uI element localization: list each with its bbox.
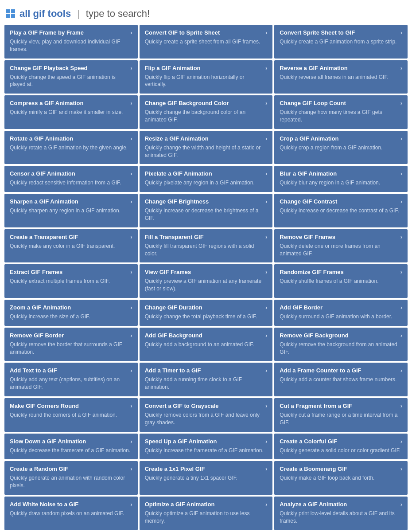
tool-card[interactable]: Add Text to a GIF›Quickly add any text (…: [4, 363, 138, 396]
tool-card[interactable]: Change GIF Duration›Quickly change the t…: [140, 300, 273, 326]
tool-card[interactable]: Add GIF Border›Quickly surround a GIF an…: [274, 300, 408, 326]
tool-card[interactable]: Convert GIF to Sprite Sheet›Quickly crea…: [140, 25, 273, 59]
tool-card[interactable]: Convert a GIF to Grayscale›Quickly remov…: [140, 398, 273, 432]
tool-card[interactable]: Add GIF Background›Quickly add a backgro…: [140, 328, 273, 361]
chevron-right-icon: ›: [265, 304, 267, 311]
tool-card[interactable]: Make GIF Corners Round›Quickly round the…: [4, 398, 138, 432]
tool-card-title: Change GIF Loop Count›: [280, 100, 402, 106]
tool-card[interactable]: Remove GIF Frames›Quickly delete one or …: [274, 229, 408, 263]
chevron-right-icon: ›: [265, 234, 267, 240]
tool-card-title: Resize a GIF Animation›: [145, 135, 268, 142]
tool-card-desc: Quickly make any color in a GIF transpar…: [10, 243, 132, 250]
tool-card-desc: Quickly minify a GIF and make it smaller…: [10, 109, 132, 116]
tool-card-title: Remove GIF Frames›: [280, 234, 402, 240]
tool-card[interactable]: Slow Down a GIF Animation›Quickly decrea…: [4, 434, 138, 460]
tool-card-title: Speed Up a GIF Animation›: [145, 438, 268, 445]
tool-card-title: Optimize a GIF Animation›: [145, 501, 268, 508]
tool-card[interactable]: Randomize GIF Frames›Quickly shuffle fra…: [274, 264, 408, 298]
tool-card[interactable]: Remove GIF Border›Quickly remove the bor…: [4, 328, 138, 361]
chevron-right-icon: ›: [400, 304, 402, 311]
chevron-right-icon: ›: [130, 100, 132, 106]
tool-card[interactable]: Add a Frame Counter to a GIF›Quickly add…: [274, 363, 408, 396]
tool-card[interactable]: Change GIF Contrast›Quickly increase or …: [274, 194, 408, 227]
tool-card[interactable]: Blur a GIF Animation›Quickly blur any re…: [274, 166, 408, 192]
tool-card-title: Reverse a GIF Animation›: [280, 65, 402, 71]
tool-card-desc: Quickly change the speed a GIF animation…: [10, 74, 132, 89]
tool-card-title: Create a Colorful GIF›: [280, 438, 402, 445]
tool-card[interactable]: Create a Boomerang GIF›Quickly make a GI…: [274, 461, 408, 495]
tool-card-title: Censor a GIF Animation›: [10, 170, 132, 177]
tool-card-desc: Quickly surround a GIF animation with a …: [280, 313, 402, 321]
tool-card-desc: Quickly rotate a GIF animation by the gi…: [10, 144, 132, 152]
tool-card[interactable]: Compress a GIF Animation›Quickly minify …: [4, 95, 138, 129]
tool-card-title: Compress a GIF Animation›: [10, 100, 132, 106]
tool-card[interactable]: Add White Noise to a GIF›Quickly draw ra…: [4, 497, 138, 530]
tool-card[interactable]: Flip a GIF Animation›Quickly flip a GIF …: [140, 60, 273, 94]
chevron-right-icon: ›: [265, 332, 267, 339]
tool-card[interactable]: Play a GIF Frame by Frame›Quickly view, …: [4, 25, 138, 59]
chevron-right-icon: ›: [130, 332, 132, 339]
tool-card[interactable]: Remove GIF Background›Quickly remove the…: [274, 328, 408, 361]
chevron-right-icon: ›: [400, 332, 402, 339]
tool-card[interactable]: Change GIF Playback Speed›Quickly change…: [4, 60, 138, 94]
chevron-right-icon: ›: [265, 100, 267, 106]
tool-card[interactable]: Create a Colorful GIF›Quickly generate a…: [274, 434, 408, 460]
tool-card[interactable]: Crop a GIF Animation›Quickly crop a regi…: [274, 131, 408, 164]
tool-card-title: Add White Noise to a GIF›: [10, 501, 132, 508]
chevron-right-icon: ›: [265, 170, 267, 177]
tool-card[interactable]: Add a Timer to a GIF›Quickly add a runni…: [140, 363, 273, 396]
chevron-right-icon: ›: [130, 304, 132, 311]
tool-card-title: View GIF Frames›: [145, 269, 268, 275]
tool-card[interactable]: Create a Random GIF›Quickly generate an …: [4, 461, 138, 495]
chevron-right-icon: ›: [400, 501, 402, 508]
tool-card-title: Change GIF Playback Speed›: [10, 65, 132, 71]
tool-card-desc: Quickly remove the background from an an…: [280, 341, 402, 356]
tool-card[interactable]: Optimize a GIF Animation›Quickly optimiz…: [140, 497, 273, 530]
tool-card-title: Zoom a GIF Animation›: [10, 304, 132, 311]
header-subtitle: type to search!: [86, 8, 150, 20]
tool-card-desc: Quickly decrease the framerate of a GIF …: [10, 447, 132, 454]
tool-card[interactable]: Censor a GIF Animation›Quickly redact se…: [4, 166, 138, 192]
chevron-right-icon: ›: [265, 466, 267, 472]
tool-card-desc: Quickly print low-level details about a …: [280, 510, 402, 525]
tool-card-desc: Quickly change the background color of a…: [145, 109, 268, 124]
chevron-right-icon: ›: [130, 65, 132, 71]
tool-card-desc: Quickly generate a tiny 1x1 spacer GIF.: [145, 474, 268, 482]
tool-card-desc: Quickly reverse all frames in an animate…: [280, 74, 402, 81]
tool-card[interactable]: Extract GIF Frames›Quickly extract multi…: [4, 264, 138, 298]
tool-card-title: Convert a GIF to Grayscale›: [145, 403, 268, 409]
tool-card[interactable]: Reverse a GIF Animation›Quickly reverse …: [274, 60, 408, 94]
tool-card[interactable]: View GIF Frames›Quickly preview a GIF an…: [140, 264, 273, 298]
tool-card[interactable]: Speed Up a GIF Animation›Quickly increas…: [140, 434, 273, 460]
tool-card-desc: Quickly create a GIF animation from a sp…: [280, 38, 402, 46]
tool-card[interactable]: Zoom a GIF Animation›Quickly increase th…: [4, 300, 138, 326]
tool-card-desc: Quickly increase the size of a GIF.: [10, 313, 132, 321]
tool-card[interactable]: Pixelate a GIF Animation›Quickly pixelat…: [140, 166, 273, 192]
tool-card[interactable]: Create a 1x1 Pixel GIF›Quickly generate …: [140, 461, 273, 495]
tool-card-desc: Quickly round the corners of a GIF anima…: [10, 411, 132, 419]
tool-card[interactable]: Fill a Transparent GIF›Quickly fill tran…: [140, 229, 273, 263]
tool-card-title: Play a GIF Frame by Frame›: [10, 29, 132, 36]
tool-card-title: Crop a GIF Animation›: [280, 135, 402, 142]
tool-card[interactable]: Change GIF Background Color›Quickly chan…: [140, 95, 273, 129]
tool-card-title: Change GIF Duration›: [145, 304, 268, 311]
tool-card-desc: Quickly generate a solid color or color …: [280, 447, 402, 454]
tool-card-title: Create a Boomerang GIF›: [280, 466, 402, 472]
tool-card[interactable]: Resize a GIF Animation›Quickly change th…: [140, 131, 273, 164]
chevron-right-icon: ›: [400, 29, 402, 36]
tool-card-desc: Quickly add a counter that shows frame n…: [280, 376, 402, 383]
tool-card[interactable]: Convert Sprite Sheet to GIF›Quickly crea…: [274, 25, 408, 59]
tool-card[interactable]: Cut a Fragment from a GIF›Quickly cut a …: [274, 398, 408, 432]
tool-card[interactable]: Create a Transparent GIF›Quickly make an…: [4, 229, 138, 263]
tool-card-title: Remove GIF Background›: [280, 332, 402, 339]
tool-card[interactable]: Change GIF Brightness›Quickly increase o…: [140, 194, 273, 227]
tool-card[interactable]: Change GIF Loop Count›Quickly change how…: [274, 95, 408, 129]
chevron-right-icon: ›: [400, 234, 402, 240]
chevron-right-icon: ›: [400, 466, 402, 472]
tool-card-desc: Quickly remove the border that surrounds…: [10, 341, 132, 356]
tool-card[interactable]: Sharpen a GIF Animation›Quickly sharpen …: [4, 194, 138, 227]
tool-card[interactable]: Rotate a GIF Animation›Quickly rotate a …: [4, 131, 138, 164]
tool-card[interactable]: Analyze a GIF Animation›Quickly print lo…: [274, 497, 408, 530]
tool-card-title: Pixelate a GIF Animation›: [145, 170, 268, 177]
tool-card-title: Analyze a GIF Animation›: [280, 501, 402, 508]
